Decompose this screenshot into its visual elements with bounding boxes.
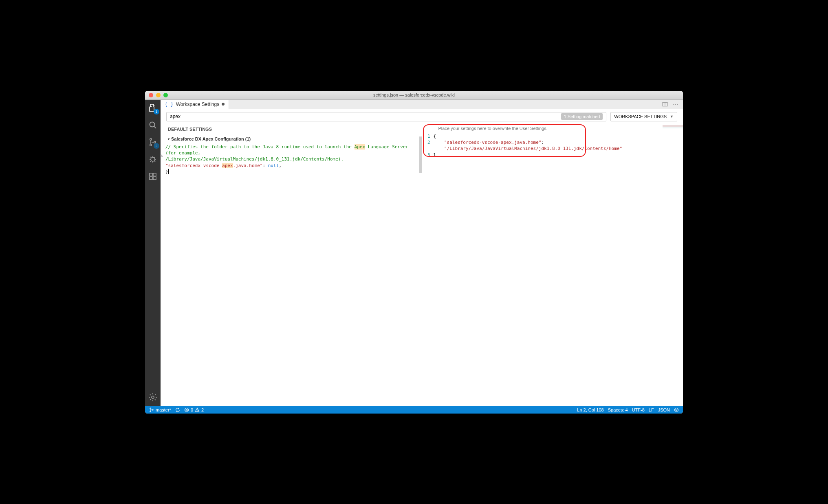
minimize-window-button[interactable] bbox=[156, 93, 161, 97]
tab-workspace-settings[interactable]: { } Workspace Settings bbox=[161, 100, 229, 109]
activity-bar: 1 2 bbox=[145, 100, 161, 406]
split-panes: DEFAULT SETTINGS Salesforce DX Apex Conf… bbox=[161, 124, 683, 406]
svg-point-0 bbox=[150, 122, 155, 127]
tab-label: Workspace Settings bbox=[176, 101, 220, 107]
extensions-icon[interactable] bbox=[148, 172, 158, 181]
svg-point-16 bbox=[152, 409, 153, 410]
status-bar: master* 0 2 Ln 2, Col 108 Spaces: 4 UTF-… bbox=[145, 406, 683, 414]
edit-pencil-icon[interactable]: ✎ bbox=[160, 154, 163, 158]
encoding-item[interactable]: UTF-8 bbox=[632, 407, 645, 412]
workspace-editor[interactable]: 1 2 3 { "salesforcedx-vscode-apex.java.h… bbox=[422, 132, 683, 158]
language-mode-item[interactable]: JSON bbox=[658, 407, 670, 412]
svg-point-3 bbox=[154, 141, 156, 143]
settings-search-row: 1 Setting matched WORKSPACE SETTINGS ▼ bbox=[161, 109, 683, 124]
chevron-down-icon: ▼ bbox=[670, 114, 674, 119]
dirty-indicator-icon bbox=[222, 103, 225, 106]
svg-rect-5 bbox=[150, 173, 152, 176]
search-icon[interactable] bbox=[148, 120, 158, 130]
line-gutter: 1 2 3 bbox=[422, 133, 434, 158]
svg-point-15 bbox=[150, 411, 151, 412]
svg-point-11 bbox=[673, 103, 674, 104]
minimap[interactable] bbox=[663, 125, 683, 133]
eol-item[interactable]: LF bbox=[649, 407, 654, 412]
search-text[interactable] bbox=[170, 114, 559, 119]
tab-actions bbox=[662, 100, 683, 109]
window-controls bbox=[145, 93, 168, 97]
svg-point-12 bbox=[675, 103, 676, 104]
svg-point-13 bbox=[677, 103, 678, 104]
explorer-icon[interactable]: 1 bbox=[148, 103, 158, 113]
sync-item[interactable] bbox=[175, 407, 180, 412]
svg-point-20 bbox=[677, 409, 677, 409]
scm-badge: 2 bbox=[154, 143, 159, 149]
settings-hint: Place your settings here to overwrite th… bbox=[422, 124, 683, 132]
scope-label: WORKSPACE SETTINGS bbox=[614, 114, 667, 119]
svg-rect-7 bbox=[153, 177, 156, 180]
titlebar: settings.json — salesforcedx-vscode.wiki bbox=[145, 91, 683, 100]
default-settings-pane: DEFAULT SETTINGS Salesforce DX Apex Conf… bbox=[161, 124, 422, 406]
json-icon: { } bbox=[165, 101, 174, 107]
settings-scope-dropdown[interactable]: WORKSPACE SETTINGS ▼ bbox=[610, 112, 677, 121]
indent-item[interactable]: Spaces: 4 bbox=[608, 407, 628, 412]
svg-point-9 bbox=[152, 396, 154, 398]
svg-point-1 bbox=[150, 138, 152, 140]
section-salesforce-apex[interactable]: Salesforce DX Apex Configuration (1) bbox=[161, 134, 422, 144]
workspace-settings-pane: Place your settings here to overwrite th… bbox=[422, 124, 683, 406]
code-lines[interactable]: { "salesforcedx-vscode-apex.java.home": … bbox=[434, 133, 683, 158]
workbench: 1 2 { } Workspac bbox=[145, 100, 683, 406]
window-title: settings.json — salesforcedx-vscode.wiki bbox=[145, 92, 683, 97]
zoom-window-button[interactable] bbox=[163, 93, 168, 97]
git-branch-item[interactable]: master* bbox=[149, 407, 171, 412]
source-control-icon[interactable]: 2 bbox=[148, 137, 158, 147]
app-window: settings.json — salesforcedx-vscode.wiki… bbox=[145, 91, 683, 414]
svg-point-18 bbox=[675, 408, 678, 412]
debug-icon[interactable] bbox=[148, 154, 158, 164]
cursor-position-item[interactable]: Ln 2, Col 108 bbox=[577, 407, 603, 412]
settings-gear-icon[interactable] bbox=[148, 392, 158, 402]
svg-rect-8 bbox=[153, 173, 156, 176]
text-cursor bbox=[168, 169, 169, 174]
close-window-button[interactable] bbox=[149, 93, 153, 97]
match-count-pill: 1 Setting matched bbox=[561, 113, 603, 120]
svg-point-14 bbox=[150, 408, 151, 409]
more-actions-icon[interactable] bbox=[672, 101, 679, 108]
problems-item[interactable]: 0 2 bbox=[184, 407, 204, 412]
default-settings-code[interactable]: // Specifies the folder path to the Java… bbox=[161, 144, 422, 175]
scrollbar[interactable] bbox=[419, 136, 422, 173]
default-settings-heading: DEFAULT SETTINGS bbox=[161, 124, 422, 134]
settings-search-input[interactable]: 1 Setting matched bbox=[166, 112, 606, 121]
svg-point-2 bbox=[150, 144, 152, 145]
svg-point-4 bbox=[151, 157, 155, 161]
svg-point-19 bbox=[676, 409, 676, 409]
feedback-smiley-icon[interactable] bbox=[674, 407, 679, 412]
split-editor-icon[interactable] bbox=[662, 101, 668, 108]
svg-rect-6 bbox=[150, 177, 152, 180]
explorer-badge: 1 bbox=[154, 109, 159, 114]
editor-area: { } Workspace Settings 1 Setting matched… bbox=[161, 100, 683, 406]
tab-bar: { } Workspace Settings bbox=[161, 100, 683, 109]
